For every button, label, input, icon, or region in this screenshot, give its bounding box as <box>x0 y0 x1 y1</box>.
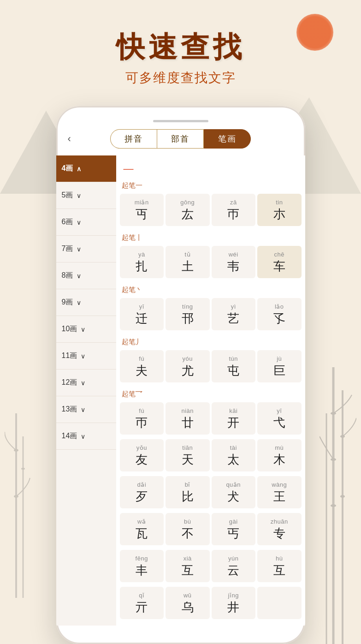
pinyin: wū <box>183 592 192 599</box>
hanzi: 迁 <box>136 312 148 325</box>
tab-bihua[interactable]: 笔画 <box>204 129 251 149</box>
pinyin: zā <box>230 199 237 206</box>
char-cell[interactable]: fú 帀 <box>120 402 164 435</box>
char-cell[interactable]: yī 迁 <box>120 298 164 330</box>
char-cell[interactable]: yǒu 友 <box>120 439 164 471</box>
char-cell[interactable]: yóu 尤 <box>166 350 210 382</box>
sidebar-label: 6画 <box>62 217 73 227</box>
notch-bar <box>153 120 208 122</box>
pinyin: fú <box>139 355 144 362</box>
sidebar-item-12hua[interactable]: 12画 ∨ <box>56 370 116 396</box>
pinyin: lǎo <box>275 303 284 310</box>
sidebar-label: 11画 <box>62 351 77 361</box>
char-cell[interactable]: yà 扎 <box>120 246 164 278</box>
chevron-down-icon: ∨ <box>77 272 81 280</box>
char-cell[interactable]: miǎn 丏 <box>120 194 164 226</box>
hanzi: 互 <box>273 564 285 577</box>
pinyin: hù <box>276 555 283 562</box>
char-cell[interactable]: fēng 丰 <box>120 550 164 582</box>
pinyin: yún <box>228 555 238 562</box>
char-cell[interactable]: tǔ 土 <box>166 246 210 278</box>
char-cell[interactable]: zhuān 专 <box>257 513 302 545</box>
char-cell[interactable]: gōng 厷 <box>166 194 210 226</box>
sidebar-label: 7画 <box>62 244 73 254</box>
hanzi: 太 <box>227 453 239 466</box>
svg-point-5 <box>331 504 336 507</box>
char-cell[interactable]: bǐ 比 <box>166 476 210 508</box>
char-cell[interactable]: gài 丐 <box>212 513 256 545</box>
char-row-3: fú 夫 yóu 尤 tún 屯 jù 巨 <box>118 348 303 384</box>
char-cell-che[interactable]: chē 车 <box>257 246 302 278</box>
sidebar-item-5hua[interactable]: 5画 ∨ <box>56 182 116 209</box>
sidebar-label: 5画 <box>62 191 73 200</box>
char-cell[interactable]: yī 弋 <box>257 402 302 435</box>
char-cell[interactable]: tún 屯 <box>212 350 256 382</box>
hanzi: 厷 <box>182 208 194 221</box>
hanzi: 丰 <box>136 564 148 577</box>
sidebar-item-7hua[interactable]: 7画 ∨ <box>56 236 116 262</box>
char-row-6: dǎi 歹 bǐ 比 quǎn 犬 wàng 王 <box>118 474 303 510</box>
char-cell[interactable]: hù 互 <box>257 550 302 582</box>
char-cell[interactable]: bù 不 <box>166 513 210 545</box>
char-cell[interactable]: wǎ 瓦 <box>120 513 164 545</box>
hanzi: 廿 <box>182 416 194 429</box>
pinyin: yī <box>277 407 282 414</box>
char-cell[interactable]: tài 太 <box>212 439 256 471</box>
pinyin: tiān <box>182 444 193 451</box>
pinyin: dǎi <box>137 481 146 488</box>
hanzi: 丏 <box>136 208 148 221</box>
char-cell-highlighted[interactable]: tin 朩 <box>257 194 302 226</box>
char-cell[interactable]: wū 乌 <box>166 587 210 619</box>
char-row-7: wǎ 瓦 bù 不 gài 丐 zhuān 专 <box>118 511 303 547</box>
char-cell[interactable]: niàn 廿 <box>166 402 210 435</box>
bamboo-right-decoration <box>320 367 356 644</box>
pinyin: kāi <box>229 407 237 414</box>
char-cell[interactable]: fú 夫 <box>120 350 164 382</box>
pinyin: yǒu <box>136 444 147 451</box>
pinyin: bù <box>184 518 191 525</box>
char-cell[interactable]: jù 巨 <box>257 350 302 382</box>
hanzi: 比 <box>182 490 194 503</box>
hanzi: 艺 <box>227 312 239 325</box>
char-cell[interactable] <box>257 587 302 619</box>
hanzi: 帀 <box>227 208 239 221</box>
char-cell[interactable]: jǐng 井 <box>212 587 256 619</box>
char-cell[interactable]: wéi 韦 <box>212 246 256 278</box>
char-cell[interactable]: tíng 邗 <box>166 298 210 330</box>
hanzi: 孓 <box>273 312 285 325</box>
hanzi: 木 <box>273 453 285 466</box>
sidebar-item-9hua[interactable]: 9画 ∨ <box>56 289 116 316</box>
char-cell[interactable]: dǎi 歹 <box>120 476 164 508</box>
pinyin: mù <box>275 444 284 451</box>
char-cell[interactable]: yún 云 <box>212 550 256 582</box>
pinyin: tǔ <box>184 251 190 258</box>
back-button[interactable]: ‹ <box>68 133 71 145</box>
sidebar-item-13hua[interactable]: 13画 ∨ <box>56 396 116 423</box>
char-cell[interactable]: xià 互 <box>166 550 210 582</box>
sidebar-label: 4画 <box>62 164 73 173</box>
char-cell[interactable]: tiān 天 <box>166 439 210 471</box>
tab-bushou[interactable]: 部首 <box>157 129 204 149</box>
pinyin: wàng <box>272 481 287 488</box>
char-content: — 起笔一 miǎn 丏 gōng 厷 zā 帀 <box>116 155 305 626</box>
sidebar-item-4hua[interactable]: 4画 ∧ <box>56 155 116 182</box>
char-cell[interactable]: kāi 开 <box>212 402 256 435</box>
sidebar-item-10hua[interactable]: 10画 ∨ <box>56 316 116 343</box>
char-cell[interactable]: lǎo 孓 <box>257 298 302 330</box>
char-cell[interactable]: qǐ 亓 <box>120 587 164 619</box>
sidebar-item-11hua[interactable]: 11画 ∨ <box>56 343 116 370</box>
sidebar-item-6hua[interactable]: 6画 ∨ <box>56 209 116 236</box>
phone-notch <box>56 115 305 125</box>
char-cell[interactable]: yì 艺 <box>212 298 256 330</box>
char-cell[interactable]: wàng 王 <box>257 476 302 508</box>
pinyin: zhuān <box>271 518 288 525</box>
sidebar-item-14hua[interactable]: 14画 ∨ <box>56 423 116 450</box>
sidebar-item-8hua[interactable]: 8画 ∨ <box>56 262 116 289</box>
category-label-2: 起笔丶 <box>118 281 303 296</box>
char-cell[interactable]: zā 帀 <box>212 194 256 226</box>
tab-pinyin[interactable]: 拼音 <box>110 129 157 149</box>
char-cell[interactable]: quǎn 犬 <box>212 476 256 508</box>
char-row-0: miǎn 丏 gōng 厷 zā 帀 tin 朩 <box>118 192 303 228</box>
char-cell[interactable]: mù 木 <box>257 439 302 471</box>
hanzi: 丐 <box>227 527 239 540</box>
